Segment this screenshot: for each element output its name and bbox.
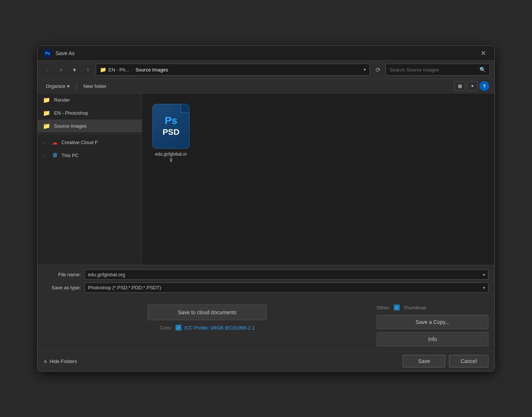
left-panel: 📁 Render 📁 EN - Photoshop 📁 Source Image…	[38, 93, 142, 265]
color-label: Color:	[159, 325, 172, 331]
save-as-dialog: Ps Save As ✕ ‹ › ▾ ↑ 📁 EN - Ph... › Sour…	[37, 45, 495, 372]
breadcrumb-parent[interactable]: EN - Ph...	[108, 67, 129, 73]
pc-icon: 🖥	[52, 152, 58, 159]
expand-icon: ›	[43, 140, 48, 145]
title-bar-left: Ps Save As	[44, 49, 75, 57]
dropdown-button[interactable]: ▾	[69, 64, 80, 75]
psd-type-label: PSD	[162, 127, 179, 137]
view-button[interactable]: ▦	[454, 81, 465, 91]
sidebar-item-render[interactable]: 📁 Render	[38, 93, 142, 106]
hide-folders-label: Hide Folders	[50, 359, 77, 364]
filename-dropdown-icon: ▾	[483, 272, 485, 277]
filetype-dropdown-icon: ▾	[483, 285, 485, 290]
footer: ∧ Hide Folders Save Cancel	[38, 351, 494, 371]
organize-button[interactable]: Organize ▾	[43, 82, 73, 90]
sidebar-item-label: Creative Cloud F	[61, 140, 98, 145]
back-icon: ‹	[47, 66, 48, 73]
refresh-button[interactable]: ⟳	[372, 64, 383, 75]
save-button[interactable]: Save	[403, 355, 445, 367]
sidebar-item-label: This PC	[61, 153, 79, 158]
search-icon: 🔍	[479, 67, 486, 73]
back-button[interactable]: ‹	[42, 64, 53, 75]
file-area: Ps PSD edu.gcfglobal.org	[142, 93, 494, 265]
toolbar-separator	[76, 82, 77, 90]
sidebar-item-label: Source Images	[54, 123, 86, 129]
sidebar-item-creative-cloud[interactable]: › ☁ Creative Cloud F	[38, 136, 142, 149]
refresh-icon: ⟳	[376, 66, 380, 73]
filetype-select[interactable]: Photoshop (*.PSD;*.PDD;*.PSDT) ▾	[85, 283, 488, 293]
folder-icon: 📁	[43, 96, 50, 104]
expand-icon: ›	[43, 153, 48, 157]
filename-label: File name:	[44, 272, 85, 277]
title-bar: Ps Save As ✕	[38, 46, 494, 61]
up-button[interactable]: ↑	[82, 64, 94, 75]
breadcrumb-separator: ›	[132, 67, 133, 73]
file-item-psd[interactable]: Ps PSD edu.gcfglobal.org	[149, 101, 193, 165]
organize-label: Organize	[46, 83, 66, 89]
thumbnail-checkbox[interactable]: ✓	[394, 305, 400, 311]
other-label: Other:	[377, 305, 390, 311]
actions-area: Save to cloud documents Color: ✓ ICC Pro…	[38, 300, 494, 351]
sidebar-item-en-photoshop[interactable]: 📁 EN - Photoshop	[38, 106, 142, 120]
other-row: Other: ✓ Thumbnail	[377, 305, 488, 311]
psd-ps-label: Ps	[165, 115, 177, 126]
chevron-down-icon: ▾	[73, 66, 76, 73]
search-input[interactable]	[390, 67, 477, 73]
nav-bar: ‹ › ▾ ↑ 📁 EN - Ph... › Source Images ▾ ⟳…	[38, 61, 494, 79]
hide-folders-arrow-icon: ∧	[44, 359, 47, 364]
toolbar: Organize ▾ New folder ▦ ▾ ?	[38, 79, 494, 93]
save-copy-button[interactable]: Save a Copy...	[377, 315, 488, 329]
nav-divider	[38, 134, 142, 134]
footer-right: Save Cancel	[403, 355, 488, 367]
info-button[interactable]: Info	[377, 332, 488, 346]
filename-row: File name: edu.gcfglobal.org ▾	[44, 270, 488, 280]
help-icon: ?	[483, 83, 486, 89]
search-box: 🔍	[386, 64, 490, 76]
bottom-section: File name: edu.gcfglobal.org ▾ Save as t…	[38, 265, 494, 300]
icc-profile-link[interactable]: ICC Profile: sRGB IEC61966-2.1	[184, 325, 255, 331]
up-icon: ↑	[86, 66, 89, 73]
cc-icon: ☁	[52, 139, 58, 146]
main-content: 📁 Render 📁 EN - Photoshop 📁 Source Image…	[38, 93, 494, 265]
breadcrumb-dropdown-button[interactable]: ▾	[364, 67, 366, 72]
view-dropdown-button[interactable]: ▾	[467, 81, 478, 91]
close-button[interactable]: ✕	[478, 48, 488, 58]
toolbar-right: ▦ ▾ ?	[454, 81, 489, 91]
right-actions: Other: ✓ Thumbnail Save a Copy... Info	[377, 305, 488, 346]
sidebar-item-label: EN - Photoshop	[54, 110, 88, 116]
view-icon: ▦	[458, 83, 462, 89]
forward-icon: ›	[60, 66, 62, 73]
file-name-label: edu.gcfglobal.org	[155, 152, 187, 162]
psd-file-icon: Ps PSD	[152, 104, 190, 149]
thumbnail-label: Thumbnail	[403, 305, 426, 311]
forward-button[interactable]: ›	[56, 64, 67, 75]
sidebar-item-this-pc[interactable]: › 🖥 This PC	[38, 149, 142, 162]
organize-arrow-icon: ▾	[67, 83, 70, 89]
filetype-row: Save as type: Photoshop (*.PSD;*.PDD;*.P…	[44, 283, 488, 293]
sidebar-item-source-images[interactable]: 📁 Source Images	[38, 120, 142, 133]
left-actions: Save to cloud documents Color: ✓ ICC Pro…	[44, 305, 371, 331]
new-folder-button[interactable]: New folder	[80, 82, 110, 90]
window-title: Save As	[56, 50, 75, 56]
folder-icon: 📁	[43, 109, 50, 117]
filename-input[interactable]: edu.gcfglobal.org ▾	[85, 270, 488, 280]
breadcrumb: 📁 EN - Ph... › Source Images ▾	[96, 64, 370, 76]
breadcrumb-folder-icon: 📁	[100, 67, 106, 73]
folder-icon: 📁	[43, 122, 50, 130]
cancel-button[interactable]: Cancel	[449, 355, 488, 367]
ps-app-icon: Ps	[44, 49, 52, 57]
sidebar-item-label: Render	[54, 97, 70, 103]
hide-folders-button[interactable]: ∧ Hide Folders	[44, 359, 77, 364]
color-row: Color: ✓ ICC Profile: sRGB IEC61966-2.1	[159, 325, 254, 331]
filetype-label: Save as type:	[44, 285, 85, 290]
help-button[interactable]: ?	[479, 81, 489, 91]
new-folder-label: New folder	[83, 83, 107, 89]
save-cloud-button[interactable]: Save to cloud documents	[148, 305, 267, 320]
breadcrumb-current[interactable]: Source Images	[136, 67, 168, 73]
icc-checkbox[interactable]: ✓	[175, 325, 181, 331]
